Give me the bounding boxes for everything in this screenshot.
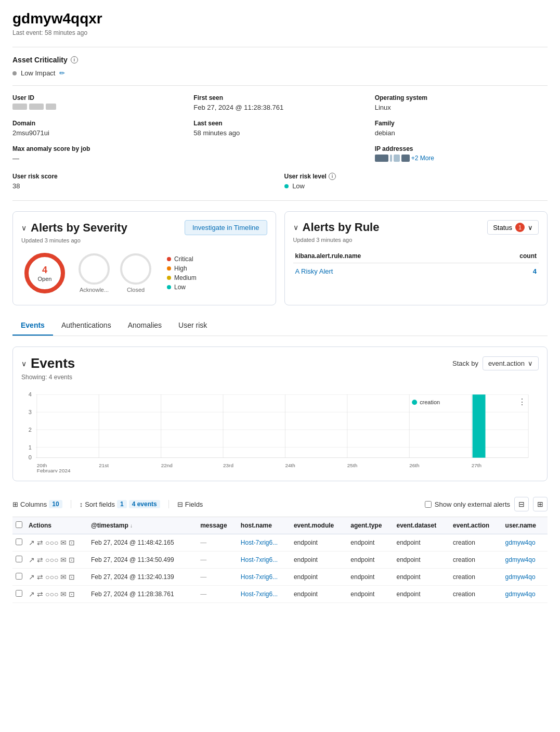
- chat-icon[interactable]: ✉: [60, 556, 67, 564]
- svg-text:⋮: ⋮: [518, 397, 526, 406]
- chat-icon[interactable]: ✉: [60, 538, 67, 547]
- select-all-checkbox[interactable]: [16, 521, 22, 528]
- svg-text:25th: 25th: [347, 463, 357, 468]
- tab-authentications[interactable]: Authentications: [53, 316, 120, 336]
- more-icon[interactable]: ○○○: [45, 573, 58, 581]
- user-id-value: [12, 104, 185, 110]
- toolbar-divider-1: [71, 500, 71, 508]
- col-message: message: [197, 517, 238, 534]
- user-id-block-1: [12, 104, 27, 110]
- rule-chevron-icon[interactable]: ∨: [293, 223, 298, 232]
- stack-by-chevron-icon: ∨: [528, 359, 533, 367]
- investigate-icon[interactable]: ⇄: [37, 556, 43, 564]
- last-seen-section: Last seen 58 minutes ago: [193, 120, 366, 137]
- row-checkbox-1[interactable]: [16, 556, 22, 562]
- edit-criticality-icon[interactable]: ✏: [59, 69, 65, 77]
- expand-icon[interactable]: ↗: [29, 590, 35, 598]
- rule-title-row: ∨ Alerts by Rule: [293, 221, 380, 234]
- events-card: ∨ Events Stack by event.action ∨ Showing…: [12, 346, 548, 481]
- sort-fields-label: Sort fields: [85, 500, 115, 508]
- more-icon[interactable]: ○○○: [45, 556, 58, 564]
- critical-label: Critical: [174, 255, 193, 263]
- rule-card-title: Alerts by Rule: [303, 221, 380, 234]
- table-settings-button[interactable]: ⊟: [514, 497, 529, 511]
- svg-text:4: 4: [29, 391, 32, 397]
- tab-user-risk[interactable]: User risk: [170, 316, 215, 336]
- share-icon[interactable]: ⊡: [69, 590, 75, 598]
- high-label: High: [174, 265, 187, 272]
- stack-by-select[interactable]: event.action ∨: [483, 356, 539, 370]
- row-event-module: endpoint: [291, 586, 347, 603]
- open-label: Open: [38, 276, 52, 282]
- investigate-icon[interactable]: ⇄: [37, 573, 43, 581]
- show-external-alerts-checkbox[interactable]: Show only external alerts: [425, 500, 510, 508]
- data-table-container: Actions @timestamp ↓ message host.name e…: [12, 517, 548, 603]
- legend-medium: Medium: [167, 274, 197, 281]
- os-label: Operating system: [375, 94, 548, 101]
- events-chart: 4 3 2 1 0: [21, 389, 539, 472]
- ip-block-2: [390, 155, 392, 162]
- table-row: ↗ ⇄ ○○○ ✉ ⊡ Feb 27, 2024 @ 11:48:42.165 …: [12, 534, 548, 551]
- action-icons: ↗ ⇄ ○○○ ✉ ⊡: [29, 573, 85, 581]
- row-checkbox-3[interactable]: [16, 590, 22, 597]
- row-event-module: endpoint: [291, 551, 347, 569]
- share-icon[interactable]: ⊡: [69, 556, 75, 564]
- row-timestamp: Feb 27, 2024 @ 11:48:42.165: [88, 534, 197, 551]
- rule-name-link[interactable]: A Risky Alert: [295, 267, 333, 275]
- severity-chevron-icon[interactable]: ∨: [21, 224, 27, 232]
- rule-table: kibana.alert.rule.name count A Risky Ale…: [293, 249, 539, 279]
- share-icon[interactable]: ⊡: [69, 538, 75, 547]
- row-hostname: Host-7xrig6...: [238, 569, 291, 586]
- expand-icon[interactable]: ↗: [29, 556, 35, 564]
- fields-button[interactable]: ⊟ Fields: [177, 500, 203, 508]
- investigate-icon[interactable]: ⇄: [37, 590, 43, 598]
- action-icons: ↗ ⇄ ○○○ ✉ ⊡: [29, 556, 85, 564]
- alerts-by-rule-card: ∨ Alerts by Rule Status 1 ∨ Updated 3 mi…: [284, 211, 548, 305]
- ip-block-3: [394, 155, 400, 162]
- expand-icon[interactable]: ↗: [29, 538, 35, 547]
- chat-icon[interactable]: ✉: [60, 590, 67, 598]
- investigate-icon[interactable]: ⇄: [37, 538, 43, 547]
- closed-circle: [120, 253, 151, 285]
- svg-text:22nd: 22nd: [161, 463, 173, 468]
- medium-label: Medium: [174, 274, 197, 281]
- row-checkbox-0[interactable]: [16, 538, 22, 545]
- columns-button[interactable]: ⊞ Columns 10: [12, 500, 62, 508]
- table-expand-button[interactable]: ⊞: [533, 497, 548, 511]
- row-hostname: Host-7xrig6...: [238, 534, 291, 551]
- events-showing: Showing: 4 events: [21, 374, 539, 381]
- columns-count-badge: 10: [49, 500, 62, 508]
- sort-fields-button[interactable]: ↕ Sort fields 1 4 events: [80, 500, 160, 508]
- row-checkbox-2[interactable]: [16, 573, 22, 580]
- risk-level-dot: [284, 184, 289, 188]
- more-icon[interactable]: ○○○: [45, 538, 58, 547]
- legend-critical: Critical: [167, 255, 197, 263]
- rule-card-header: ∨ Alerts by Rule Status 1 ∨: [293, 220, 539, 235]
- alerts-by-severity-card: ∨ Alerts by Severity Investigate in Time…: [12, 211, 276, 305]
- status-button[interactable]: Status 1 ∨: [487, 220, 539, 235]
- more-icon[interactable]: ○○○: [45, 590, 58, 598]
- row-checkbox-cell: [12, 586, 25, 603]
- rule-table-row: A Risky Alert 4: [293, 263, 539, 280]
- family-label: Family: [375, 120, 548, 127]
- tab-events[interactable]: Events: [12, 316, 53, 336]
- svg-text:24th: 24th: [285, 463, 295, 468]
- asset-criticality-info-icon[interactable]: i: [71, 56, 78, 63]
- share-icon[interactable]: ⊡: [69, 573, 75, 581]
- chat-icon[interactable]: ✉: [60, 573, 67, 581]
- operating-system-section: Operating system Linux: [375, 94, 548, 111]
- tab-anomalies[interactable]: Anomalies: [120, 316, 170, 336]
- asset-criticality-section: Asset Criticality i Low Impact ✏: [12, 56, 548, 77]
- row-message: —: [197, 534, 238, 551]
- risk-level-info-icon[interactable]: i: [329, 173, 336, 180]
- legend-high: High: [167, 265, 197, 272]
- ip-more-link[interactable]: +2 More: [411, 155, 434, 162]
- max-anomaly-label: Max anomaly score by job: [12, 145, 185, 152]
- show-external-checkbox-input[interactable]: [425, 501, 432, 508]
- row-checkbox-cell: [12, 551, 25, 569]
- events-chevron-icon[interactable]: ∨: [21, 359, 27, 368]
- investigate-timeline-button[interactable]: Investigate in Timeline: [185, 220, 267, 235]
- row-event-dataset: endpoint: [393, 569, 450, 586]
- expand-icon[interactable]: ↗: [29, 573, 35, 581]
- row-username: gdmyw4qo: [502, 534, 548, 551]
